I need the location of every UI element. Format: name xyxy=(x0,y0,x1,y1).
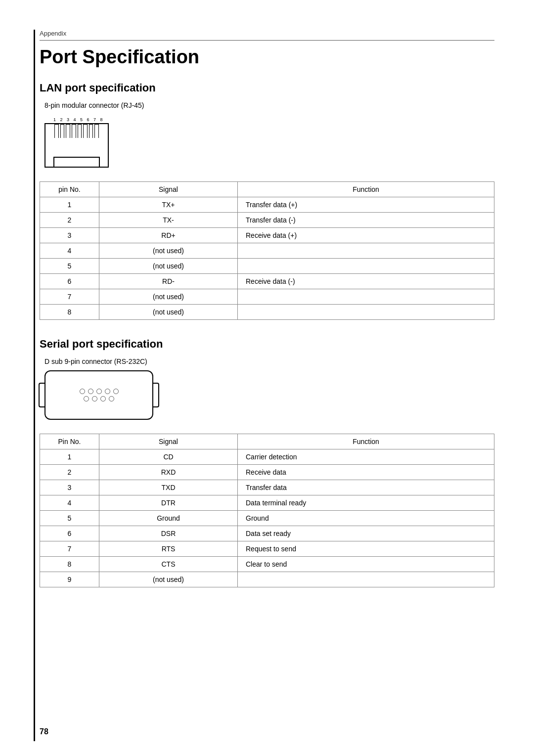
rj45-ear-right xyxy=(99,157,108,167)
serial-row-1-function: Receive data xyxy=(238,465,494,480)
lan-spec-table: pin No. Signal Function 1 TX+ Transfer d… xyxy=(40,181,494,320)
serial-row-7-function: Clear to send xyxy=(238,557,494,572)
db9-row-top xyxy=(80,389,119,394)
db9-pin-8 xyxy=(100,396,106,401)
lan-header-signal: Signal xyxy=(99,182,238,197)
serial-row-7-pin: 8 xyxy=(40,557,99,572)
serial-row-2-pin: 3 xyxy=(40,480,99,495)
lan-section-title: LAN port specification xyxy=(40,82,494,94)
lan-table-row: 4 (not used) xyxy=(40,243,494,259)
db9-pin-9 xyxy=(109,396,114,401)
serial-row-4-pin: 5 xyxy=(40,511,99,526)
serial-table-row: 4 DTR Data terminal ready xyxy=(40,495,494,511)
db9-pin-4 xyxy=(105,389,110,394)
lan-table-row: 6 RD- Receive data (-) xyxy=(40,274,494,289)
rj45-bottom xyxy=(45,157,108,167)
serial-table-row: 6 DSR Data set ready xyxy=(40,526,494,541)
db9-pin-1 xyxy=(80,389,85,394)
lan-row-0-pin: 1 xyxy=(40,197,99,213)
db9-pin-5 xyxy=(113,389,119,394)
rj45-pin-8 xyxy=(94,124,99,138)
lan-row-3-pin: 4 xyxy=(40,243,99,259)
lan-row-6-pin: 7 xyxy=(40,289,99,305)
rj45-pins-top xyxy=(54,124,99,138)
lan-row-7-function xyxy=(238,305,494,320)
lan-row-1-pin: 2 xyxy=(40,213,99,228)
serial-row-6-signal: RTS xyxy=(99,541,238,557)
rj45-pin-1 xyxy=(54,124,59,138)
db9-pin-2 xyxy=(88,389,93,394)
serial-row-5-pin: 6 xyxy=(40,526,99,541)
serial-row-3-pin: 4 xyxy=(40,495,99,511)
rj45-pin-7 xyxy=(89,124,93,138)
db9-pin-6 xyxy=(84,396,89,401)
lan-row-6-function xyxy=(238,289,494,305)
serial-row-7-signal: CTS xyxy=(99,557,238,572)
page-number: 78 xyxy=(40,727,48,736)
lan-row-2-pin: 3 xyxy=(40,228,99,243)
serial-row-4-function: Ground xyxy=(238,511,494,526)
serial-row-0-function: Carrier detection xyxy=(238,449,494,465)
serial-row-4-signal: Ground xyxy=(99,511,238,526)
lan-row-3-signal: (not used) xyxy=(99,243,238,259)
rj45-body xyxy=(44,123,109,168)
pin-numbers: 1 2 3 4 5 6 7 8 xyxy=(53,117,109,122)
rj45-diagram: 1 2 3 4 5 6 7 8 xyxy=(44,117,109,168)
lan-connector-label: 8-pin modular connector (RJ-45) xyxy=(44,101,494,109)
db9-row-bottom xyxy=(84,396,114,401)
serial-row-8-signal: (not used) xyxy=(99,572,238,587)
lan-row-2-function: Receive data (+) xyxy=(238,228,494,243)
serial-table-row: 5 Ground Ground xyxy=(40,511,494,526)
lan-table-row: 7 (not used) xyxy=(40,289,494,305)
lan-row-5-pin: 6 xyxy=(40,274,99,289)
serial-table-row: 2 RXD Receive data xyxy=(40,465,494,480)
lan-table-row: 5 (not used) xyxy=(40,259,494,274)
rj45-pin-3 xyxy=(66,124,70,138)
serial-table-row: 3 TXD Transfer data xyxy=(40,480,494,495)
serial-row-3-signal: DTR xyxy=(99,495,238,511)
serial-row-2-signal: TXD xyxy=(99,480,238,495)
lan-row-1-signal: TX- xyxy=(99,213,238,228)
left-bar xyxy=(34,30,35,741)
page-title: Port Specification xyxy=(40,46,494,68)
lan-table-header-row: pin No. Signal Function xyxy=(40,182,494,197)
serial-spec-table: Pin No. Signal Function 1 CD Carrier det… xyxy=(40,434,494,587)
appendix-label: Appendix xyxy=(40,30,494,41)
db9-right-connector xyxy=(152,383,159,407)
serial-header-signal: Signal xyxy=(99,434,238,449)
serial-row-8-function xyxy=(238,572,494,587)
serial-header-function: Function xyxy=(238,434,494,449)
lan-table-row: 3 RD+ Receive data (+) xyxy=(40,228,494,243)
lan-row-4-pin: 5 xyxy=(40,259,99,274)
lan-row-0-signal: TX+ xyxy=(99,197,238,213)
lan-row-1-function: Transfer data (-) xyxy=(238,213,494,228)
lan-row-4-function xyxy=(238,259,494,274)
lan-table-row: 1 TX+ Transfer data (+) xyxy=(40,197,494,213)
db9-outer xyxy=(44,370,153,420)
serial-table-row: 8 CTS Clear to send xyxy=(40,557,494,572)
serial-connector-label: D sub 9-pin connector (RS-232C) xyxy=(44,357,494,365)
lan-header-pin: pin No. xyxy=(40,182,99,197)
serial-row-8-pin: 9 xyxy=(40,572,99,587)
rj45-pin-2 xyxy=(60,124,65,138)
db9-pins xyxy=(80,389,119,401)
lan-table-row: 8 (not used) xyxy=(40,305,494,320)
serial-table-row: 9 (not used) xyxy=(40,572,494,587)
db9-pin-7 xyxy=(92,396,97,401)
serial-header-pin: Pin No. xyxy=(40,434,99,449)
serial-row-2-function: Transfer data xyxy=(238,480,494,495)
serial-row-6-function: Request to send xyxy=(238,541,494,557)
serial-row-5-signal: DSR xyxy=(99,526,238,541)
rj45-pin-4 xyxy=(72,124,76,138)
lan-row-6-signal: (not used) xyxy=(99,289,238,305)
lan-row-7-pin: 8 xyxy=(40,305,99,320)
serial-row-3-function: Data terminal ready xyxy=(238,495,494,511)
lan-row-5-function: Receive data (-) xyxy=(238,274,494,289)
lan-row-7-signal: (not used) xyxy=(99,305,238,320)
serial-table-row: 7 RTS Request to send xyxy=(40,541,494,557)
db9-pin-3 xyxy=(96,389,102,394)
serial-section-title: Serial port specification xyxy=(40,338,494,351)
db9-diagram xyxy=(44,370,153,420)
serial-row-0-pin: 1 xyxy=(40,449,99,465)
lan-table-row: 2 TX- Transfer data (-) xyxy=(40,213,494,228)
